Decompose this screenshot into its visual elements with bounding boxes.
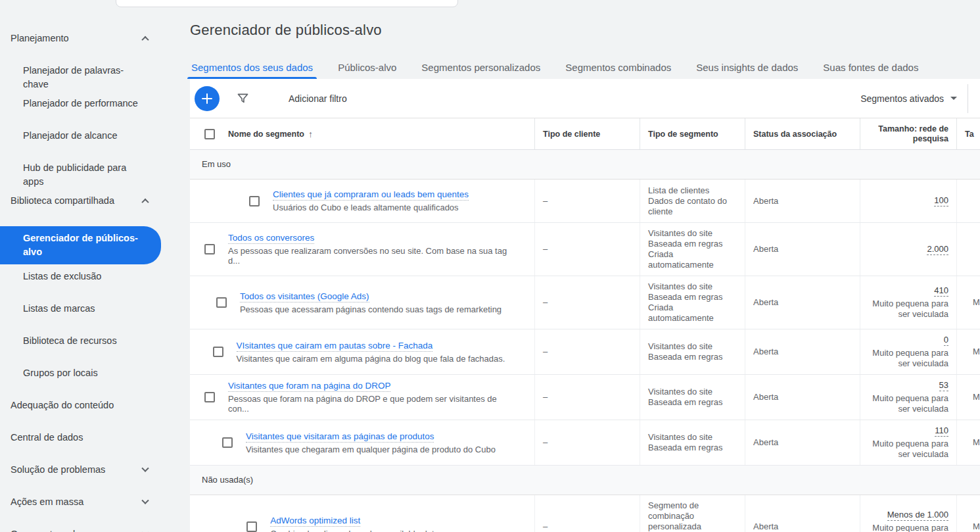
segment-name-block: Todos os visitantes (Google Ads)Pessoas … [240,291,515,314]
segment-name-cell: Clientes que já compraram ou leads bem q… [190,180,534,222]
row-checkbox[interactable] [249,196,260,206]
filter-icon[interactable] [237,92,249,105]
segment-description: Usuários do Cubo e leads altamente quali… [273,203,469,212]
segment-description: Pessoas que foram na página do DROP e qu… [228,394,513,414]
sidebar-item-label: Ações em massa [11,495,83,509]
segment-type-line: Baseada em regras [648,239,737,249]
row-checkbox[interactable] [204,392,215,402]
search-network-size-cell: 410Muito pequena para ser veiculada [860,276,956,329]
sidebar-item-acoes-em-massa[interactable]: Ações em massa [0,495,161,509]
segment-name-link[interactable]: Visitantes que foram na página do DROP [228,381,390,392]
sidebar-item-label: Planejamento [11,32,69,45]
clipped-size-cell [956,223,980,276]
sidebar-item-planejador-de-alcance[interactable]: Planejador de alcance [0,129,161,143]
search-network-size-value[interactable]: 2.000 [927,244,948,255]
tab-segmentos-dos-seus-dados[interactable]: Segmentos dos seus dados [190,55,314,79]
row-checkbox[interactable] [216,297,227,308]
select-all-checkbox[interactable] [204,129,215,139]
segment-name-cell: VIsitantes que cairam em pautas sobre - … [190,329,534,374]
column-header-tipo-de-cliente[interactable]: Tipo de cliente [534,118,640,149]
clipped-size-cell: Mu [956,495,980,532]
column-header-nome-do-segmento[interactable]: Nome do segmento↑ [190,118,534,149]
search-network-size-value[interactable]: 410 [934,285,948,297]
sidebar-item-planejamento[interactable]: Planejamento [0,32,161,45]
group-header-nao-usada-s: Não usada(s) [190,466,980,495]
sidebar-item-central-de-dados[interactable]: Central de dados [0,431,161,445]
segment-name-cell: Visitantes que visitaram as páginas de p… [190,420,534,465]
tab-suas-fontes-de-dados[interactable]: Suas fontes de dados [822,55,920,79]
segment-name-link-wrap: Visitantes que foram na página do DROP [228,381,513,391]
segment-name-block: Visitantes que visitaram as páginas de p… [246,431,509,454]
segment-name-link-wrap: Todos os conversores [228,233,513,243]
sort-ascending-icon: ↑ [308,129,313,139]
tab-publicos-alvo[interactable]: Públicos-alvo [337,55,398,79]
segment-type-line: Baseada em regras [648,352,737,362]
sidebar-item-label: Hub de publicidade para apps [23,161,148,189]
sidebar-item-biblioteca-de-recursos[interactable]: Biblioteca de recursos [0,334,161,348]
segment-name-link[interactable]: Visitantes que visitaram as páginas de p… [246,431,434,443]
add-filter-label[interactable]: Adicionar filtro [289,93,347,104]
segment-name-cell: Visitantes que foram na página do DROPPe… [190,375,534,420]
search-network-size-cell: Menos de 1.000Muito pequena para ser vei… [860,495,956,532]
size-note: Muito pequena para ser veiculada [868,393,948,414]
column-header-status-da-associacao[interactable]: Status da associação [745,118,860,149]
add-segment-button[interactable] [195,86,220,111]
segment-row: Clientes que já compraram ou leads bem q… [190,180,980,223]
sidebar-item-planejador-de-performance[interactable]: Planejador de performance [0,97,161,110]
sidebar-item-planejador-de-palavras-chave[interactable]: Planejador de palavras-chave [0,64,161,91]
segment-name-link[interactable]: Clientes que já compraram ou leads bem q… [273,189,469,201]
sidebar-item-label: Orçamentos e lances [11,527,101,532]
sidebar-item-solucao-de-problemas[interactable]: Solução de problemas [0,463,161,477]
segment-type-cell: Segmento de combinação personalizadaCria… [640,495,745,532]
plus-icon [200,92,214,105]
search-network-size-cell: 100 [860,180,956,222]
search-network-size-value[interactable]: Menos de 1.000 [887,510,948,521]
sidebar-item-adequacao-do-conteudo[interactable]: Adequação do conteúdo [0,399,161,412]
segment-description: Visitantes que chegaram em qualquer pági… [246,445,496,454]
group-header-em-uso: Em uso [190,150,980,180]
search-network-size-value[interactable]: 0 [944,335,948,346]
size-note: Muito pequena para ser veiculada [868,299,948,320]
tab-seus-insights-de-dados[interactable]: Seus insights de dados [695,55,799,79]
sidebar-item-label: Planejador de performance [23,97,138,110]
client-type-cell: – [534,329,640,374]
column-header-tamanho-rede-de-pesquisa[interactable]: Tamanho: rede de pesquisa [860,118,956,149]
sidebar-item-gerenciador-de-publicos-alvo[interactable]: Gerenciador de públicos-alvo [0,226,161,264]
row-checkbox[interactable] [246,521,257,532]
segment-name-link-wrap: Visitantes que visitaram as páginas de p… [246,431,496,441]
segments-view-dropdown[interactable]: Segmentos ativados [860,93,957,104]
size-note: Muito pequena para ser veiculada [868,439,948,460]
sidebar-item-grupos-por-locais[interactable]: Grupos por locais [0,366,161,380]
row-checkbox[interactable] [222,437,233,448]
row-checkbox[interactable] [204,244,215,254]
row-checkbox[interactable] [213,347,223,357]
segment-name-link[interactable]: AdWords optimized list [270,516,360,527]
sidebar-item-hub-de-publicidade-para-apps[interactable]: Hub de publicidade para apps [0,161,161,189]
size-note: Muito pequena para ser veiculada [868,523,948,532]
segment-name-cell: Todos os conversoresAs pessoas que reali… [190,223,534,276]
clipped-size-cell: Mu [956,420,980,465]
column-header-tipo-de-segmento[interactable]: Tipo de segmento [640,118,745,149]
search-network-size-value[interactable]: 53 [939,380,948,391]
search-network-size-value[interactable]: 110 [935,425,948,437]
chevron-up-icon [141,198,149,205]
segment-name-cell: AdWords optimized listCombined audience … [190,495,534,532]
tab-segmentos-combinados[interactable]: Segmentos combinados [564,55,672,79]
search-network-size-cell: 53Muito pequena para ser veiculada [860,375,956,420]
sidebar-item-listas-de-marcas[interactable]: Listas de marcas [0,302,161,316]
sidebar-item-listas-de-exclusao[interactable]: Listas de exclusão [0,270,161,283]
membership-status-cell: Aberta [745,223,860,276]
segment-name-link[interactable]: Todos os visitantes (Google Ads) [240,291,369,302]
column-header-ta[interactable]: Ta [956,118,980,149]
search-network-size-value[interactable]: 100 [934,195,948,206]
segment-name-link[interactable]: VIsitantes que cairam em pautas sobre - … [237,341,433,352]
tab-segmentos-personalizados[interactable]: Segmentos personalizados [420,55,542,79]
segment-type-cell: Visitantes do siteBaseada em regrasCriad… [640,276,745,329]
membership-status-cell: Aberta [745,180,860,222]
sidebar-item-label: Adequação do conteúdo [11,399,114,412]
sidebar-item-biblioteca-compartilhada[interactable]: Biblioteca compartilhada [0,194,161,208]
column-header-label: Nome do segmento [228,130,304,139]
segment-name-link[interactable]: Todos os conversores [228,233,314,244]
sidebar-item-orcamentos-e-lances[interactable]: Orçamentos e lances [0,527,161,532]
segment-row: VIsitantes que cairam em pautas sobre - … [190,329,980,375]
